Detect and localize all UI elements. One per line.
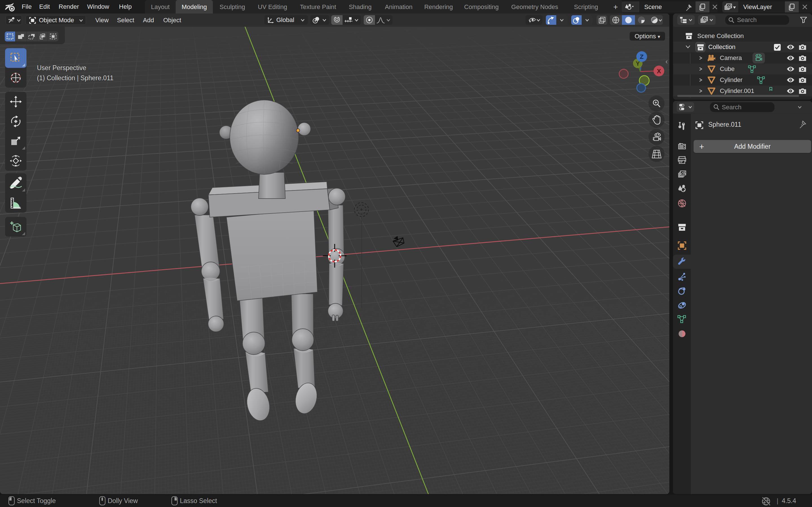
svg-text:Z: Z bbox=[640, 53, 644, 60]
svg-text:X: X bbox=[657, 68, 661, 75]
